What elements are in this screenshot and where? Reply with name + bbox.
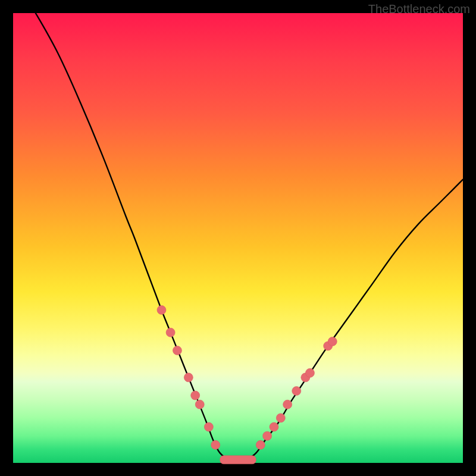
highlight-dot — [191, 391, 200, 400]
highlight-dot — [184, 373, 193, 382]
bottleneck-curve — [13, 0, 463, 461]
highlight-dot — [195, 400, 204, 409]
highlight-dot — [166, 328, 175, 337]
highlight-dot — [305, 368, 314, 377]
highlight-dot — [211, 440, 220, 449]
plateau-marker — [220, 456, 256, 464]
highlight-dot — [256, 440, 265, 449]
outer-frame: TheBottleneck.com — [0, 0, 476, 476]
curve-layer — [13, 13, 463, 463]
highlight-dots — [157, 305, 337, 449]
highlight-dot — [157, 305, 166, 314]
highlight-dot — [270, 422, 278, 431]
highlight-dot — [173, 346, 181, 355]
highlight-dot — [276, 414, 285, 422]
highlight-dot — [204, 422, 213, 431]
highlight-dot — [328, 337, 337, 346]
highlight-dot — [263, 431, 272, 440]
highlight-dot — [292, 387, 301, 396]
highlight-dot — [283, 400, 292, 409]
